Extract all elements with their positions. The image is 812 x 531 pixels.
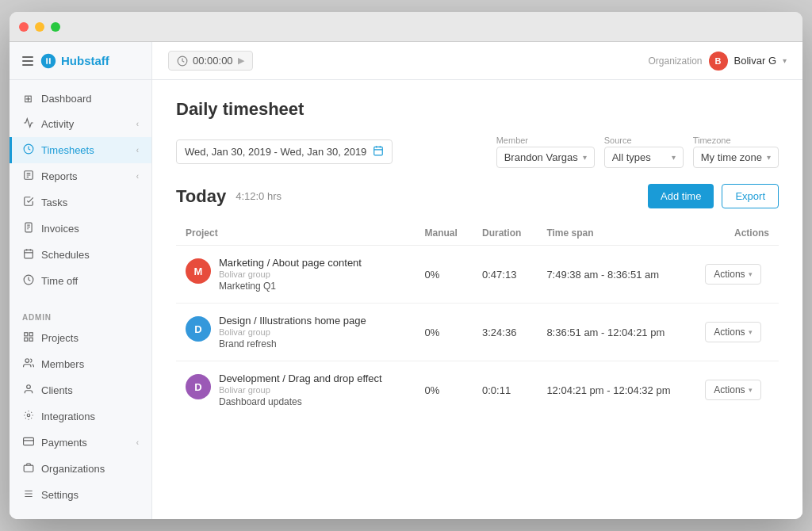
chevron-down-icon: ▾ bbox=[767, 153, 771, 162]
timezone-select[interactable]: My time zone ▾ bbox=[693, 147, 779, 168]
payments-icon bbox=[22, 436, 34, 449]
project-cell: D Design / Illustrations home page Boliv… bbox=[186, 315, 406, 350]
sidebar-item-invoices[interactable]: Invoices bbox=[10, 216, 151, 242]
timer-icon bbox=[177, 55, 188, 67]
actions-button[interactable]: Actions ▾ bbox=[705, 322, 760, 342]
arrow-icon: ‹ bbox=[136, 120, 139, 128]
project-avatar: M bbox=[186, 258, 211, 284]
add-time-button[interactable]: Add time bbox=[648, 184, 714, 208]
task-name: Marketing Q1 bbox=[219, 281, 362, 292]
actions-cell: Actions ▾ bbox=[695, 361, 779, 419]
manual-cell: 0% bbox=[416, 246, 473, 304]
integrations-icon bbox=[22, 410, 34, 423]
today-row: Today 4:12:0 hrs Add time Export bbox=[176, 184, 779, 208]
sidebar-item-members[interactable]: Members bbox=[10, 351, 151, 377]
schedules-icon bbox=[22, 248, 34, 262]
actions-button[interactable]: Actions ▾ bbox=[705, 264, 760, 285]
dashboard-icon: ⊞ bbox=[22, 93, 34, 105]
admin-nav: ADMIN Projects Members bbox=[10, 300, 151, 514]
topbar: 00:00:00 ▶ Organization B Bolivar G ▾ bbox=[152, 42, 802, 80]
today-hours: 4:12:0 hrs bbox=[236, 190, 282, 202]
hamburger-menu[interactable] bbox=[22, 56, 33, 66]
sidebar-item-projects[interactable]: Projects bbox=[10, 325, 151, 351]
sidebar-item-integrations[interactable]: Integrations bbox=[10, 403, 151, 430]
reports-icon bbox=[22, 170, 34, 183]
svg-rect-14 bbox=[24, 333, 27, 336]
today-actions: Add time Export bbox=[648, 184, 779, 208]
clients-icon bbox=[22, 384, 34, 397]
app-window: Hubstaff ⊞ Dashboard Activity ‹ bbox=[10, 12, 802, 519]
arrow-icon: ‹ bbox=[136, 146, 139, 155]
duration-cell: 0:47:13 bbox=[473, 246, 537, 304]
sidebar-logo: Hubstaff bbox=[10, 42, 151, 80]
timesheets-icon bbox=[22, 143, 34, 157]
timespan-cell: 12:04:21 pm - 12:04:32 pm bbox=[537, 361, 695, 419]
svg-point-18 bbox=[25, 359, 29, 363]
actions-button[interactable]: Actions ▾ bbox=[705, 380, 760, 400]
svg-rect-27 bbox=[24, 465, 33, 472]
sidebar-item-timesheets[interactable]: Timesheets ‹ bbox=[10, 137, 151, 163]
time-off-icon bbox=[22, 274, 34, 288]
chevron-down-icon: ▾ bbox=[749, 328, 753, 336]
minimize-button[interactable] bbox=[35, 22, 44, 32]
sidebar: Hubstaff ⊞ Dashboard Activity ‹ bbox=[10, 42, 152, 519]
source-filter-label: Source bbox=[604, 136, 684, 145]
right-filters: Member Brandon Vargas ▾ Source All types… bbox=[496, 136, 779, 168]
sidebar-item-time-off[interactable]: Time off bbox=[10, 268, 151, 294]
invoices-icon bbox=[22, 222, 34, 235]
organizations-icon bbox=[22, 462, 34, 476]
actions-cell: Actions ▾ bbox=[695, 246, 779, 304]
timesheet-table: Project Manual Duration Time span Action… bbox=[176, 221, 779, 418]
svg-rect-15 bbox=[29, 333, 33, 336]
close-button[interactable] bbox=[19, 22, 29, 32]
group-name: Bolivar group bbox=[219, 327, 366, 337]
project-name: Development / Drag and drop effect bbox=[219, 372, 382, 384]
chevron-down-icon: ▾ bbox=[749, 386, 753, 394]
col-timespan: Time span bbox=[537, 221, 695, 246]
app-container: Hubstaff ⊞ Dashboard Activity ‹ bbox=[10, 42, 802, 519]
project-name: Marketing / About page content bbox=[219, 257, 362, 269]
sidebar-item-tasks[interactable]: Tasks bbox=[10, 189, 151, 216]
chevron-down-icon: ▾ bbox=[583, 153, 587, 162]
table-row: D Development / Drag and drop effect Bol… bbox=[176, 361, 779, 419]
group-name: Bolivar group bbox=[219, 269, 362, 279]
task-name: Dashboard updates bbox=[219, 396, 382, 407]
arrow-icon: ‹ bbox=[136, 438, 139, 447]
timer-widget[interactable]: 00:00:00 ▶ bbox=[168, 51, 253, 71]
export-button[interactable]: Export bbox=[722, 184, 779, 208]
sidebar-item-organizations[interactable]: Organizations bbox=[10, 456, 151, 482]
titlebar bbox=[10, 12, 802, 42]
admin-section-label: ADMIN bbox=[10, 307, 151, 325]
sidebar-item-activity[interactable]: Activity ‹ bbox=[10, 111, 151, 137]
sidebar-item-settings[interactable]: Settings bbox=[10, 482, 151, 508]
project-info: Development / Drag and drop effect Boliv… bbox=[219, 372, 382, 407]
chevron-down-icon: ▾ bbox=[672, 153, 676, 162]
maximize-button[interactable] bbox=[51, 22, 60, 32]
svg-rect-16 bbox=[24, 338, 27, 341]
sidebar-item-reports[interactable]: Reports ‹ bbox=[10, 163, 151, 189]
duration-cell: 3:24:36 bbox=[473, 304, 537, 361]
project-name: Design / Illustrations home page bbox=[219, 315, 366, 327]
group-name: Bolivar group bbox=[219, 385, 382, 395]
source-select[interactable]: All types ▾ bbox=[604, 147, 684, 168]
app-logo: Hubstaff bbox=[40, 52, 109, 70]
sidebar-item-dashboard[interactable]: ⊞ Dashboard bbox=[10, 86, 151, 111]
today-label: Today bbox=[176, 186, 226, 207]
calendar-icon bbox=[373, 145, 384, 159]
sidebar-item-payments[interactable]: Payments ‹ bbox=[10, 430, 151, 456]
date-range-picker[interactable]: Wed, Jan 30, 2019 - Wed, Jan 30, 2019 bbox=[176, 139, 393, 164]
project-avatar: D bbox=[186, 374, 211, 399]
sidebar-item-clients[interactable]: Clients bbox=[10, 377, 151, 403]
manual-cell: 0% bbox=[416, 304, 473, 361]
org-chevron-icon[interactable]: ▾ bbox=[783, 56, 787, 65]
col-duration: Duration bbox=[473, 221, 537, 246]
timezone-filter-group: Timezone My time zone ▾ bbox=[693, 136, 779, 168]
filters-row: Wed, Jan 30, 2019 - Wed, Jan 30, 2019 Me… bbox=[176, 136, 779, 168]
page-title: Daily timesheet bbox=[176, 99, 779, 120]
sidebar-item-schedules[interactable]: Schedules bbox=[10, 242, 151, 268]
member-select[interactable]: Brandon Vargas ▾ bbox=[496, 147, 595, 168]
duration-cell: 0:0:11 bbox=[473, 361, 537, 419]
actions-cell: Actions ▾ bbox=[695, 304, 779, 361]
chevron-down-icon: ▾ bbox=[749, 270, 753, 278]
svg-rect-17 bbox=[29, 338, 33, 341]
